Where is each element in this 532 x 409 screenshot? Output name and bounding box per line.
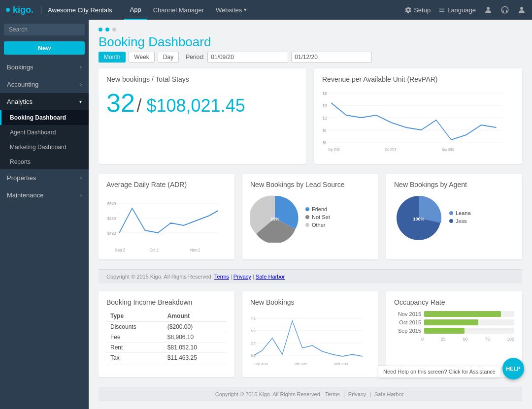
sidebar-item-label: Properties (7, 174, 36, 182)
nav-app[interactable]: App (124, 0, 147, 20)
occ-label-sep: Sep 2015 (394, 328, 421, 334)
adr-chart: $540 $480 $420 Sep 2 Oct 2 Nov 2 (106, 193, 227, 252)
footer-bottom: Copyright © 2015 Kigo. All Rights Reserv… (99, 387, 522, 401)
svg-text:0.0: 0.0 (251, 353, 256, 358)
card-income-breakdown: Booking Income Breakdown Type Amount Dis… (99, 291, 234, 377)
brand-name: Awesome City Rentals (41, 6, 112, 14)
new-bookings-title: New bookings / Total Stays (106, 75, 299, 83)
income-type: Fee (106, 332, 164, 343)
legend-dot-leana (449, 211, 453, 215)
svg-text:$540: $540 (107, 201, 116, 206)
user-icon-3[interactable] (517, 5, 526, 14)
income-amount: ($200.00) (164, 321, 227, 332)
svg-text:$30: $30 (323, 91, 327, 96)
period-label: Period: (186, 54, 204, 61)
help-tip: Need Help on this screen? Click for Assi… (378, 366, 500, 378)
bookings-count: 32 (106, 89, 135, 117)
sidebar-item-maintenance[interactable]: Maintenance › (0, 187, 89, 204)
legend-dot-friend (305, 207, 309, 211)
sidebar-item-marketing-dashboard[interactable]: Marketing Dashboard (0, 140, 89, 155)
footer-terms-link[interactable]: Terms (214, 274, 229, 280)
new-button[interactable]: New (4, 41, 85, 55)
svg-text:Oct 2015: Oct 2015 (385, 147, 396, 153)
svg-text:Oct 2015: Oct 2015 (294, 361, 307, 366)
footer-privacy[interactable]: Privacy (348, 391, 366, 397)
footer-safeharbor[interactable]: Safe Harbor (374, 391, 403, 397)
lead-source-chart: 25% Friend Not Set Other (250, 193, 370, 243)
sidebar-item-label: Maintenance (7, 191, 43, 199)
row-income-newbookings-occupancy: Booking Income Breakdown Type Amount Dis… (99, 291, 522, 377)
agent-legend: Leana Jess (449, 210, 471, 226)
row-bookings-revpar: New bookings / Total Stays 32 / $108,021… (99, 68, 522, 164)
card-adr: Average Daily Rate (ADR) $540 $480 $420 … (99, 174, 234, 259)
occ-row-sep: Sep 2015 (394, 328, 514, 334)
top-nav-right: Setup Language (405, 5, 526, 14)
nav-channel-manager[interactable]: Channel Manager (147, 0, 210, 20)
user-icon-1[interactable] (484, 5, 493, 14)
sidebar-item-label: Analytics (7, 98, 33, 105)
sidebar-item-agent-dashboard[interactable]: Agent Dashboard (0, 125, 89, 140)
top-navigation: kigo. Awesome City Rentals App Channel M… (0, 0, 532, 20)
period-end-input[interactable] (291, 52, 372, 63)
sidebar-item-bookings[interactable]: Bookings › (0, 59, 89, 76)
language-icon (438, 6, 445, 13)
period-day-button[interactable]: Day (158, 52, 179, 63)
income-col-type: Type (106, 311, 164, 321)
main-content: Booking Dashboard Month Week Day Period:… (89, 20, 532, 409)
setup-button[interactable]: Setup (405, 6, 431, 14)
occ-bar-bg-oct (424, 319, 514, 325)
user-icon-2[interactable] (500, 5, 509, 14)
sidebar-item-booking-dashboard[interactable]: Booking Dashboard (0, 110, 89, 125)
footer-copyright: Copyright © 2015 Kigo. (215, 391, 271, 397)
occ-x-axis: 0 25 50 75 100 (394, 337, 514, 342)
occ-x-75: 75 (485, 337, 490, 342)
period-month-button[interactable]: Month (99, 52, 126, 63)
user-icon (484, 5, 493, 14)
period-week-button[interactable]: Week (129, 52, 154, 63)
period-start-input[interactable] (207, 52, 288, 63)
help-button[interactable]: HELP (502, 358, 524, 379)
table-row: Rent $81,052.10 (106, 343, 227, 353)
svg-text:Oct 2: Oct 2 (149, 247, 159, 252)
new-bookings-chart-title: New Bookings (250, 298, 370, 306)
footer-privacy-link[interactable]: Privacy (233, 274, 251, 280)
occ-bar-bg-nov (424, 311, 514, 317)
language-button[interactable]: Language (438, 6, 476, 14)
svg-text:$0: $0 (323, 140, 326, 146)
sidebar-item-reports[interactable]: Reports (0, 155, 89, 169)
svg-text:Nov 2: Nov 2 (190, 247, 200, 252)
agent-title: New Bookings by Agent (394, 181, 514, 189)
svg-text:$23: $23 (323, 103, 327, 109)
dot-active-2 (105, 28, 109, 31)
setup-icon (405, 6, 412, 13)
footer-terms[interactable]: Terms (325, 391, 340, 397)
nav-links: App Channel Manager Websites ▼ (124, 0, 254, 20)
legend-dot-not-set (305, 215, 309, 219)
sidebar-item-properties[interactable]: Properties › (0, 169, 89, 187)
footer-safeharbor-link[interactable]: Safe Harbor (256, 274, 285, 280)
card-new-bookings-chart: New Bookings 7.5 5.0 2.5 0.0 Sep 2015 Oc… (242, 291, 378, 377)
chevron-right-icon: › (80, 175, 82, 181)
stat-separator: / (136, 95, 146, 116)
search-input[interactable] (4, 24, 85, 35)
income-type: Tax (106, 353, 164, 363)
chevron-right-icon: › (80, 64, 82, 70)
svg-point-0 (487, 7, 490, 10)
svg-text:5.0: 5.0 (251, 328, 256, 333)
sidebar-item-analytics[interactable]: Analytics ▾ (0, 93, 89, 110)
card-occupancy: Occupancy Rate Nov 2015 Oct 2015 (386, 291, 522, 377)
adr-title: Average Daily Rate (ADR) (106, 181, 227, 189)
new-bookings-svg: 7.5 5.0 2.5 0.0 Sep 2015 Oct 2015 Nov 20… (250, 311, 370, 370)
stat-display: 32 / $108,021.45 (106, 88, 299, 118)
svg-point-2 (520, 7, 523, 10)
card-new-bookings: New bookings / Total Stays 32 / $108,021… (99, 68, 306, 164)
svg-point-1 (501, 6, 508, 13)
occ-x-100: 100 (507, 337, 514, 342)
bookings-total: $108,021.45 (146, 95, 245, 116)
nav-websites[interactable]: Websites ▼ (210, 0, 253, 20)
svg-text:Sep 2015: Sep 2015 (254, 361, 268, 366)
sidebar-item-accounting[interactable]: Accounting › (0, 76, 89, 93)
footer-rights: All Rights Reserved. (272, 391, 322, 397)
svg-text:100%: 100% (413, 217, 424, 221)
lead-source-pie: 25% (250, 193, 299, 243)
